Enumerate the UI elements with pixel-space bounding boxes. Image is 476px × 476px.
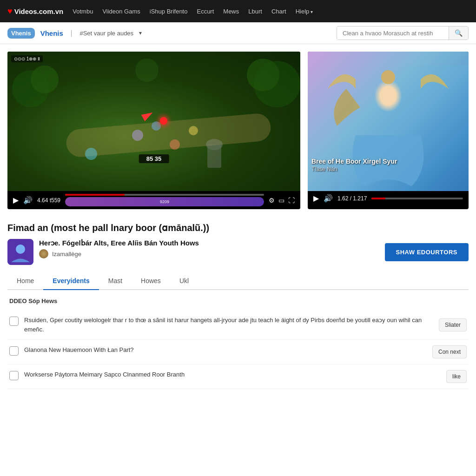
nav-votmbu[interactable]: Votmbu	[73, 8, 93, 15]
score-display: 85 35	[139, 154, 169, 163]
item-action-btn-3[interactable]: like	[446, 370, 467, 383]
nav-chart[interactable]: Chart	[271, 8, 286, 15]
svg-point-12	[381, 70, 395, 84]
svg-point-6	[152, 121, 161, 131]
hud-top-left: ⊙⊙⊙ 1⊕⊕ Ⅱ	[11, 55, 43, 62]
list-item-1: Rsuiden, Gper coutity welologelr thar r …	[7, 310, 469, 340]
video-main-title: Fimad an (most he pall lnary boor (ɑmāna…	[7, 222, 469, 233]
svg-point-11	[206, 139, 223, 150]
nav-mews[interactable]: Mews	[223, 8, 239, 15]
meta-avatar	[39, 249, 48, 258]
tab-howes[interactable]: Howes	[132, 272, 170, 290]
primary-video[interactable]: ⊙⊙⊙ 1⊕⊕ Ⅱ 85 35 ▶ 🔊 4.64 t559 9209	[7, 52, 300, 209]
channel-info-row: Herɔe. Fógelḃár Alts, Eree Alíis Bán You…	[7, 239, 469, 265]
secondary-video-overlay: Bree of He Boor Xirgel Syur Tîase Nán	[311, 158, 465, 172]
channel-avatar[interactable]	[7, 239, 33, 265]
ctrl-icons: ⚙ ▭ ⛶	[269, 197, 295, 204]
hashtag-label: #Set vaur ple audes	[79, 30, 133, 37]
secondary-video[interactable]: Bree of He Boor Xirgel Syur Tîase Nán ▶ …	[308, 52, 469, 209]
secondary-navigation: Vhenis Vhenis | #Set vaur ple audes ▾ 🔍	[0, 22, 476, 44]
channel-logo-box[interactable]: Vhenis	[7, 28, 35, 39]
svg-point-14	[16, 245, 25, 254]
secondary-video-controls: ▶ 🔊 1.62 / 1.217	[308, 191, 469, 205]
primary-video-thumbnail: ⊙⊙⊙ 1⊕⊕ Ⅱ 85 35	[7, 52, 300, 191]
avatar-strip: 9209	[65, 197, 264, 206]
primary-video-controls: ▶ 🔊 4.64 t559 9209 ⚙ ▭ ⛶	[7, 191, 300, 209]
progress-bar[interactable]	[65, 194, 264, 196]
progress-fill	[65, 194, 125, 196]
settings-icon[interactable]: ⚙	[269, 197, 275, 204]
play-button[interactable]: ▶	[13, 196, 19, 205]
meta-username: Izamallège	[52, 251, 81, 258]
secondary-play-button[interactable]: ▶	[313, 194, 319, 203]
item-text-2: Glanona New Hauemoon With Łan Part?	[24, 345, 427, 355]
svg-point-7	[170, 139, 180, 150]
cursor-indicator	[160, 117, 167, 125]
site-logo[interactable]: ♥ Videos.com.vn	[7, 7, 63, 16]
channel-details: Herɔe. Fógelḃár Alts, Eree Alíis Bán You…	[39, 239, 199, 258]
item-icon-2	[9, 346, 19, 356]
nav-shop[interactable]: iShup Brifento	[150, 8, 188, 15]
nav-divider: |	[71, 29, 73, 37]
item-action-btn-1[interactable]: Sliater	[439, 318, 467, 331]
top-navigation: ♥ Videos.com.vn Votmbu Viideon Gams iShu…	[0, 0, 476, 22]
secondary-video-subtitle: Tîase Nán	[311, 166, 465, 172]
nav-video-games[interactable]: Viideon Gams	[102, 8, 140, 15]
secondary-time-display: 1.62 / 1.217	[337, 195, 367, 202]
search-bar: 🔍	[337, 26, 469, 40]
search-button[interactable]: 🔍	[449, 26, 468, 40]
item-text-1: Rsuiden, Gper coutity welologelr thar r …	[24, 316, 433, 334]
game-scene: ⊙⊙⊙ 1⊕⊕ Ⅱ 85 35	[7, 52, 300, 191]
svg-point-4	[135, 59, 159, 82]
channel-meta: Izamallège	[39, 249, 199, 258]
svg-point-1	[31, 66, 59, 93]
time-display: 4.64 t559	[37, 197, 60, 204]
item-icon-3	[9, 371, 19, 380]
subscribe-button[interactable]: Shaw edourtors	[385, 243, 469, 261]
channel-tabs: Home Everyidents Mast Howes Ukl	[7, 272, 469, 290]
secondary-volume-button[interactable]: 🔊	[324, 194, 333, 203]
strip-label: 9209	[160, 199, 169, 204]
secondary-progress-bar[interactable]	[371, 198, 463, 199]
search-input[interactable]	[337, 27, 449, 40]
nav-help[interactable]: Hielp	[296, 8, 313, 15]
svg-point-5	[132, 130, 143, 141]
channel-left: Herɔe. Fógelḃár Alts, Eree Alíis Bán You…	[7, 239, 199, 265]
list-item-2: Glanona New Hauemoon With Łan Part? Con …	[7, 340, 469, 364]
hashtag-dropdown-icon[interactable]: ▾	[139, 30, 142, 36]
video-row: ⊙⊙⊙ 1⊕⊕ Ⅱ 85 35 ▶ 🔊 4.64 t559 9209	[7, 52, 469, 209]
tab-home[interactable]: Home	[7, 272, 43, 290]
main-content: ⊙⊙⊙ 1⊕⊕ Ⅱ 85 35 ▶ 🔊 4.64 t559 9209	[0, 44, 476, 393]
svg-point-8	[189, 126, 198, 135]
nav-eccurt[interactable]: Eccurt	[197, 8, 214, 15]
fullscreen-icon[interactable]: ⛶	[288, 197, 295, 204]
channel-name-nav[interactable]: Vhenis	[40, 29, 63, 37]
heart-icon: ♥	[7, 7, 13, 16]
item-icon-1	[9, 317, 19, 326]
secondary-video-title: Bree of He Boor Xirgel Syur	[311, 158, 465, 165]
item-action-btn-2[interactable]: Con next	[432, 345, 467, 358]
secondary-video-thumbnail: Bree of He Boor Xirgel Syur Tîase Nán	[308, 52, 469, 191]
item-text-3: Workserse Páytorra Meimary Sapco Clnanme…	[24, 370, 441, 379]
miniplayer-icon[interactable]: ▭	[278, 197, 284, 204]
tab-everyidents[interactable]: Everyidents	[43, 272, 99, 290]
secondary-progress-fill	[371, 198, 385, 199]
progress-container: 9209	[65, 194, 264, 206]
tab-ukl[interactable]: Ukl	[170, 272, 198, 290]
nav-lburt[interactable]: Lburt	[248, 8, 262, 15]
volume-button[interactable]: 🔊	[23, 196, 33, 205]
svg-point-3	[247, 59, 279, 91]
tab-mast[interactable]: Mast	[99, 272, 132, 290]
video-title-section: Fimad an (most he pall lnary boor (ɑmāna…	[7, 218, 469, 393]
section-title: DDEO Sóp Hews	[7, 298, 469, 304]
channel-title: Herɔe. Fógelḃár Alts, Eree Alíis Bán You…	[39, 239, 199, 247]
list-item-3: Workserse Páytorra Meimary Sapco Clnanme…	[7, 364, 469, 389]
svg-point-9	[85, 148, 97, 160]
